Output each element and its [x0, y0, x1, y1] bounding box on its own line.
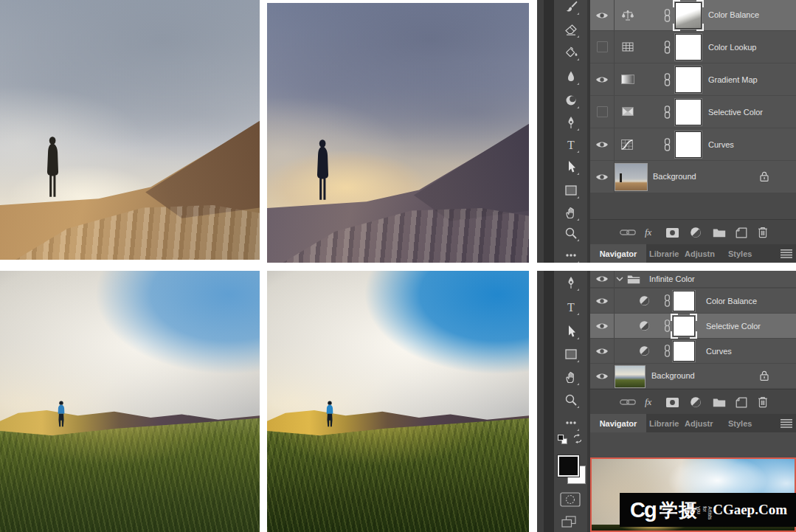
tab-navigator[interactable]: Navigator: [590, 244, 646, 263]
link-layers-button[interactable]: [620, 220, 636, 245]
path-selection-tool[interactable]: [561, 321, 581, 342]
layer-group-row[interactable]: Infinite Color: [590, 271, 796, 287]
layer-name: Curves: [708, 140, 734, 149]
layer-mask-thumbnail[interactable]: [673, 316, 695, 336]
layer-mask-thumbnail[interactable]: [675, 34, 702, 61]
eraser-tool[interactable]: [561, 19, 581, 40]
lock-icon: [759, 370, 769, 381]
new-adjustment-layer-button[interactable]: [690, 390, 702, 415]
tab-adjustments[interactable]: Adjustr: [685, 414, 713, 432]
pen-tool[interactable]: [561, 272, 581, 293]
new-adjustment-layer-button[interactable]: [690, 220, 702, 245]
toolbar: [554, 271, 587, 532]
type-tool[interactable]: [561, 297, 581, 317]
zoom-tool[interactable]: [561, 390, 581, 410]
layer-mask-thumbnail[interactable]: [675, 2, 702, 29]
background-layer-thumbnail[interactable]: [615, 365, 646, 388]
delete-layer-button[interactable]: [758, 220, 768, 245]
tab-navigator[interactable]: Navigator: [590, 414, 646, 432]
mask-link-icon: [663, 9, 671, 22]
tab-adjustments[interactable]: Adjustn: [685, 244, 715, 263]
new-layer-button[interactable]: [736, 220, 747, 245]
layer-row-background[interactable]: Background: [590, 161, 796, 193]
visibility-toggle[interactable]: [590, 314, 615, 338]
tab-libraries[interactable]: Librarie: [649, 414, 679, 432]
hand-tool[interactable]: [561, 367, 581, 387]
visibility-toggle[interactable]: [590, 271, 615, 287]
layer-mask-thumbnail[interactable]: [675, 99, 702, 125]
layer-row-gradient-map[interactable]: Gradient Map: [590, 63, 796, 95]
layer-style-button[interactable]: fx: [645, 220, 651, 245]
layer-row-color-lookup[interactable]: Color Lookup: [590, 31, 796, 63]
panel-menu-icon[interactable]: [781, 249, 792, 258]
paint-bucket-tool[interactable]: [561, 42, 581, 63]
visibility-toggle[interactable]: [590, 96, 615, 128]
layer-row-color-balance[interactable]: Color Balance: [590, 289, 796, 313]
brush-tool[interactable]: [561, 0, 581, 17]
rectangle-tool[interactable]: [561, 344, 581, 365]
visibility-toggle[interactable]: [590, 364, 615, 388]
blur-tool[interactable]: [561, 66, 581, 87]
add-layer-mask-button[interactable]: [666, 390, 679, 415]
layer-mask-thumbnail[interactable]: [675, 66, 702, 93]
link-layers-button[interactable]: [620, 390, 636, 415]
swap-colors-icon[interactable]: [572, 434, 583, 443]
eye-icon: [595, 297, 609, 305]
add-layer-mask-button[interactable]: [666, 220, 679, 245]
more-tools[interactable]: [561, 412, 581, 433]
layer-row-curves[interactable]: Curves: [590, 128, 796, 160]
photoshop-panel-bottom: Infinite Color Color Balance Selective C…: [537, 271, 796, 532]
layer-style-button[interactable]: fx: [645, 390, 651, 415]
default-colors-icon[interactable]: [558, 435, 567, 444]
panel-menu-icon[interactable]: [781, 419, 792, 428]
layer-name: Background: [653, 172, 696, 181]
background-layer-thumbnail[interactable]: [615, 163, 648, 191]
new-group-button[interactable]: [713, 390, 726, 415]
dodge-tool[interactable]: [561, 90, 581, 111]
delete-layer-button[interactable]: [758, 390, 768, 415]
layer-name: Background: [651, 371, 695, 380]
new-group-button[interactable]: [713, 220, 726, 245]
layer-mask-thumbnail[interactable]: [675, 131, 702, 158]
zoom-tool[interactable]: [561, 223, 581, 243]
mask-link-icon: [663, 41, 671, 54]
hidden-eye-slot: [597, 41, 608, 52]
tab-libraries[interactable]: Librarie: [649, 244, 679, 263]
watermark-fine-print: Artists for you: [696, 506, 712, 514]
standing-figure-silhouette: [43, 136, 65, 205]
layers-panel-buttons: fx: [590, 389, 796, 415]
layer-row-background[interactable]: Background: [590, 364, 796, 388]
hand-tool[interactable]: [561, 202, 581, 223]
screen-mode-icon[interactable]: [561, 516, 576, 528]
visibility-toggle[interactable]: [590, 31, 615, 63]
layer-row-color-balance[interactable]: Color Balance: [590, 0, 796, 30]
layer-mask-thumbnail[interactable]: [673, 291, 695, 311]
visibility-toggle[interactable]: [590, 161, 615, 193]
color-lookup-icon: [622, 42, 634, 52]
path-selection-tool[interactable]: [561, 156, 581, 177]
visibility-toggle[interactable]: [590, 128, 615, 160]
tab-styles[interactable]: Styles: [728, 244, 752, 263]
type-tool[interactable]: [561, 134, 581, 155]
visibility-toggle[interactable]: [590, 289, 615, 313]
panel-tab-bar: Navigator Librarie Adjustr Styles: [590, 414, 796, 432]
visibility-toggle[interactable]: [590, 63, 615, 95]
layer-name: Color Balance: [706, 297, 757, 305]
layer-row-curves[interactable]: Curves: [590, 339, 796, 363]
layer-name: Selective Color: [706, 322, 761, 331]
pen-tool[interactable]: [561, 112, 581, 133]
chevron-down-icon[interactable]: [616, 277, 623, 281]
eye-icon: [595, 173, 609, 182]
rectangle-tool[interactable]: [561, 180, 581, 201]
visibility-toggle[interactable]: [590, 0, 615, 30]
layer-mask-thumbnail[interactable]: [673, 341, 695, 362]
visibility-toggle[interactable]: [590, 339, 615, 363]
foreground-color-swatch[interactable]: [558, 455, 579, 477]
group-folder-icon: [627, 274, 640, 284]
layer-row-selective-color[interactable]: Selective Color: [590, 96, 796, 128]
new-layer-button[interactable]: [736, 390, 747, 415]
quick-mask-mode-icon[interactable]: [560, 492, 581, 507]
layer-row-selective-color[interactable]: Selective Color: [590, 314, 796, 338]
more-tools[interactable]: [561, 245, 581, 263]
tab-styles[interactable]: Styles: [728, 414, 752, 432]
